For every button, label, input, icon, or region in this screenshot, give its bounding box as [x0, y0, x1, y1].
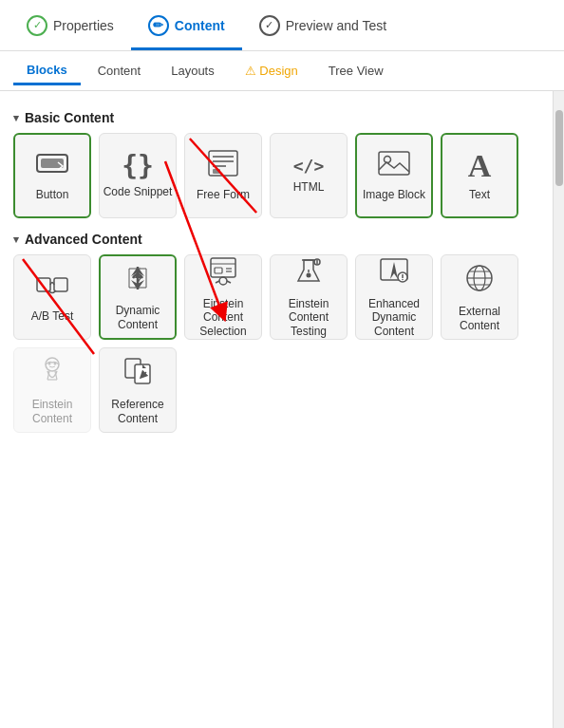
einstein-selection-icon [207, 256, 239, 291]
tab-layouts[interactable]: Layouts [158, 58, 228, 84]
block-free-form-label: Free Form [197, 188, 250, 201]
content-icon: ✏ [148, 15, 169, 36]
external-content-icon [463, 262, 496, 299]
text-icon: A [468, 150, 492, 182]
block-image[interactable]: Image Block [355, 133, 433, 218]
svg-point-35 [402, 279, 404, 281]
main-content: ▾ Basic Content [0, 91, 564, 728]
svg-point-46 [54, 363, 57, 365]
svg-rect-9 [379, 152, 409, 175]
block-html[interactable]: </> HTML [270, 133, 348, 218]
nav-content-label: Content [175, 18, 225, 33]
block-einstein-content-label: Einstein Content [14, 398, 90, 425]
block-dynamic-content-label: Dynamic Content [101, 304, 175, 331]
block-ab-test-label: A/B Test [31, 309, 73, 323]
block-einstein-testing-label: Einstein Content Testing [271, 297, 347, 338]
svg-line-25 [227, 281, 231, 283]
tab-design[interactable]: Design [232, 58, 311, 84]
svg-point-27 [307, 272, 311, 277]
block-free-form[interactable]: Free Form [184, 133, 262, 218]
block-reference-content-label: Reference Content [100, 398, 176, 425]
sub-tabs: Blocks Content Layouts Design Tree View [0, 51, 564, 91]
tab-blocks[interactable]: Blocks [13, 57, 81, 85]
properties-icon: ✓ [27, 15, 47, 36]
basic-content-header: ▾ Basic Content [13, 110, 539, 125]
svg-rect-12 [37, 278, 50, 291]
advanced-content-label: Advanced Content [25, 232, 142, 247]
block-text-label: Text [469, 188, 490, 201]
button-block-icon [35, 149, 69, 182]
block-enhanced-dynamic-label: Enhanced Dynamic Content [356, 297, 432, 338]
block-enhanced-dynamic[interactable]: Enhanced Dynamic Content [355, 254, 433, 340]
block-html-label: HTML [293, 180, 325, 194]
nav-preview[interactable]: ✓ Preview and Test [242, 0, 404, 50]
svg-point-45 [48, 363, 51, 365]
block-text[interactable]: A Text [441, 133, 518, 218]
basic-content-grid: Button {} Code Snippet [13, 133, 539, 218]
svg-line-24 [216, 281, 219, 283]
block-einstein-testing[interactable]: Einstein Content Testing [270, 254, 348, 340]
svg-point-23 [219, 277, 227, 285]
block-external-content-label: External Content [442, 305, 517, 332]
tab-treeview[interactable]: Tree View [315, 58, 397, 84]
dynamic-content-icon [122, 263, 154, 298]
block-external-content[interactable]: External Content [441, 254, 518, 340]
svg-point-41 [46, 358, 59, 371]
code-snippet-icon: {} [122, 153, 154, 179]
tab-content[interactable]: Content [85, 58, 155, 84]
einstein-testing-icon [292, 256, 325, 291]
block-einstein-selection[interactable]: Einstein Content Selection [184, 254, 262, 340]
nav-preview-label: Preview and Test [286, 18, 386, 33]
image-block-icon [377, 149, 411, 182]
block-code-snippet[interactable]: {} Code Snippet [99, 133, 177, 218]
block-button-label: Button [36, 188, 69, 201]
svg-rect-8 [213, 169, 220, 174]
nav-content[interactable]: ✏ Content [131, 0, 242, 50]
content-area: ▾ Basic Content [0, 91, 553, 728]
html-icon: </> [293, 158, 325, 175]
block-reference-content[interactable]: Reference Content [99, 347, 177, 433]
top-navigation: ✓ Properties ✏ Content ✓ Preview and Tes… [0, 0, 564, 51]
svg-marker-32 [390, 262, 398, 279]
advanced-content-header: ▾ Advanced Content [13, 232, 539, 247]
block-dynamic-content[interactable]: Dynamic Content [99, 254, 177, 340]
preview-icon: ✓ [259, 15, 280, 36]
block-ab-test[interactable]: A/B Test [13, 254, 91, 340]
nav-properties[interactable]: ✓ Properties [9, 0, 131, 50]
scrollbar[interactable] [553, 91, 564, 728]
reference-content-icon [122, 355, 154, 392]
nav-properties-label: Properties [53, 18, 114, 33]
advanced-content-chevron: ▾ [13, 233, 19, 246]
svg-rect-20 [215, 268, 222, 273]
svg-rect-13 [54, 278, 67, 291]
ab-test-icon [35, 271, 69, 304]
block-einstein-content[interactable]: Einstein Content [13, 347, 91, 433]
basic-content-chevron: ▾ [13, 112, 19, 124]
block-code-snippet-label: Code Snippet [103, 185, 173, 198]
svg-point-10 [385, 157, 391, 163]
free-form-icon [207, 149, 239, 182]
block-einstein-selection-label: Einstein Content Selection [185, 297, 261, 338]
block-image-label: Image Block [363, 188, 425, 201]
advanced-content-grid: A/B Test [13, 254, 539, 433]
scrollbar-thumb[interactable] [555, 110, 563, 186]
enhanced-dynamic-icon [378, 256, 410, 291]
einstein-content-icon [36, 355, 68, 392]
basic-content-label: Basic Content [25, 110, 114, 125]
block-button[interactable]: Button [13, 133, 91, 218]
